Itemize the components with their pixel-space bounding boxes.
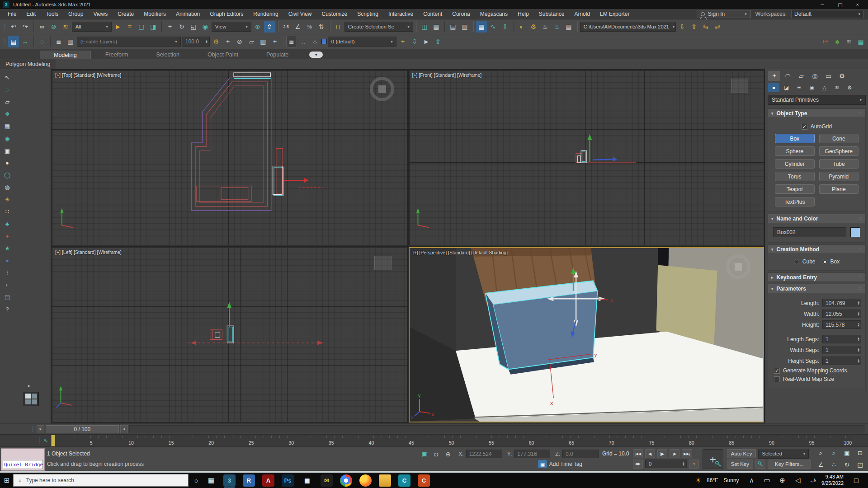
primitive-box-button[interactable]: Box — [775, 134, 815, 143]
menu-modifiers[interactable]: Modifiers — [139, 11, 171, 17]
named-selection-set-dropdown[interactable]: Create Selection Se ▾ — [344, 22, 413, 32]
primitive-tube-button[interactable]: Tube — [819, 159, 859, 169]
layer-opacity-field[interactable]: 100.0 ▴▾ — [182, 37, 210, 47]
viewcube-icon[interactable] — [726, 254, 750, 279]
rollout-keyboard-entry-header[interactable]: ▸ Keyboard Entry ∷ — [768, 272, 866, 282]
spinner[interactable]: ▴▾ — [858, 348, 859, 352]
window-crossing-icon[interactable]: ◨ — [148, 21, 159, 33]
percent-snap-icon[interactable]: % — [304, 21, 315, 33]
select-object-icon[interactable]: ► — [113, 21, 123, 33]
track-bar-ruler[interactable]: 0510152025303540455055606570758085909510… — [51, 435, 852, 446]
blob-icon[interactable]: ● — [1, 157, 13, 169]
viewcube-icon[interactable] — [374, 256, 392, 270]
viewport-top[interactable]: [+] [Top] [Standard] [Wireframe] — [52, 70, 407, 246]
param-field-width-[interactable]: 12.055▴▾ — [822, 310, 861, 318]
fov-icon[interactable]: ∠ — [815, 460, 827, 470]
zoom-all-icon[interactable]: ⌕ — [828, 448, 840, 459]
spinner[interactable]: ▴▾ — [206, 40, 208, 44]
drag-grip-icon[interactable]: ∷ — [859, 216, 862, 221]
primitive-teapot-button[interactable]: Teapot — [775, 184, 815, 194]
dots-icon[interactable]: ∷ — [1, 206, 13, 217]
menu-graph-editors[interactable]: Graph Editors — [205, 11, 248, 17]
box-radio[interactable] — [822, 259, 827, 264]
layer-explorer-icon[interactable]: ▤ — [448, 21, 458, 33]
rollout-parameters-header[interactable]: ▾ Parameters ∷ — [768, 284, 866, 293]
viewport-layout-widget[interactable] — [24, 392, 39, 406]
mail-app-icon[interactable]: ✉ — [321, 474, 333, 487]
lasso-select-icon[interactable]: ◌ — [1, 84, 13, 95]
paint-select-icon[interactable]: ❄ — [1, 108, 13, 120]
drag-grip-icon[interactable]: ∷ — [859, 286, 862, 291]
primitive-category-dropdown[interactable]: Standard Primitives ▾ — [768, 95, 866, 105]
orbit-icon[interactable]: ↻ — [841, 460, 853, 470]
front-viewport-canvas[interactable] — [409, 70, 764, 245]
close-button[interactable]: × — [856, 2, 859, 8]
key-filters-button[interactable]: Key Filters... — [768, 460, 811, 469]
menu-corona[interactable]: Corona — [447, 11, 475, 17]
polygon-modeling-panel[interactable]: Polygon Modeling — [0, 59, 56, 69]
align-icon[interactable]: ▦ — [431, 21, 442, 33]
ribbon-tab-object-paint[interactable]: Object Paint — [194, 51, 252, 59]
viewport-left-label[interactable]: [+] [Left] [Standard] [Wireframe] — [55, 249, 122, 255]
go-to-end-button[interactable]: ▶▶| — [682, 449, 692, 458]
zoom-extents-icon[interactable]: ▣ — [841, 448, 853, 459]
frame-nudge-buttons[interactable]: ◀▶ — [633, 460, 643, 469]
taskbar-search-input[interactable]: ⌕ Type here to search — [13, 474, 189, 487]
perspective-viewport-canvas[interactable]: y x x — [410, 248, 764, 422]
ribbon-tab-freeform[interactable]: Freeform — [92, 51, 142, 59]
tray-tablet-icon[interactable]: ▭ — [760, 474, 774, 487]
redo-icon[interactable]: ↷ — [20, 21, 31, 33]
primitive-cylinder-button[interactable]: Cylinder — [775, 159, 815, 169]
menu-file[interactable]: File — [3, 11, 21, 17]
quixel-bridge-window[interactable]: Quixel Bridge — [1, 448, 45, 471]
param-field-height-segs-[interactable]: 1▴▾ — [822, 357, 861, 365]
firefox-app-icon[interactable] — [359, 474, 372, 487]
time-slider-track[interactable] — [129, 425, 865, 433]
spacewarps-category[interactable]: ≋ — [831, 83, 843, 92]
layer-list-toggle-icon[interactable]: ≣ — [286, 36, 297, 47]
store-app-icon[interactable]: ▦ — [301, 474, 313, 487]
asset-collect-icon[interactable]: ⇧ — [689, 21, 699, 33]
select-place-icon[interactable]: ◉ — [200, 21, 211, 33]
spray-icon[interactable]: ≋ — [844, 36, 854, 47]
isolate-selection-icon[interactable]: ▣ — [419, 448, 430, 460]
copy-layer-icon[interactable]: ▱ — [246, 36, 257, 47]
project-folder-dropdown[interactable]: C:\Users\Ali\Documents\3ds Max 2021 ▾ — [580, 22, 676, 32]
viewport-left[interactable]: [+] [Left] [Standard] [Wireframe] — [52, 247, 407, 423]
menu-substance[interactable]: Substance — [534, 11, 570, 17]
dark-sphere-icon[interactable]: ◐ — [1, 279, 13, 291]
key-mode-toggle-icon[interactable]: ◔ — [689, 460, 699, 469]
schematic-view-icon[interactable]: ⇩ — [500, 21, 510, 33]
selection-set-key-dropdown[interactable]: Selected ▾ — [758, 449, 809, 459]
menu-views[interactable]: Views — [88, 11, 113, 17]
menu-scripting[interactable]: Scripting — [352, 11, 383, 17]
hierarchy-tab[interactable]: ▱ — [795, 71, 807, 81]
viewcube-icon[interactable] — [370, 77, 394, 101]
viewport-perspective[interactable]: [+] [Perspective] [Standard] [Default Sh… — [409, 247, 764, 423]
fence-select-icon[interactable]: ▱ — [1, 96, 13, 108]
ribbon-tab-selection[interactable]: Selection — [142, 51, 193, 59]
menu-interactive[interactable]: Interactive — [383, 11, 418, 17]
menu-arnold[interactable]: Arnold — [569, 11, 595, 17]
ball-blue-icon[interactable]: ● — [1, 255, 13, 266]
menu-customize[interactable]: Customize — [317, 11, 353, 17]
drag-grip-icon[interactable]: ∷ — [859, 275, 862, 280]
menu-animation[interactable]: Animation — [171, 11, 205, 17]
chrome-app-icon[interactable] — [340, 474, 352, 487]
shapes-category[interactable]: ◪ — [781, 83, 792, 92]
link-dots-icon[interactable]: ‥ — [298, 36, 309, 47]
code-app-icon[interactable]: C — [398, 474, 410, 487]
viewport-top-label[interactable]: [+] [Top] [Standard] [Wireframe] — [55, 72, 121, 78]
asset-link-icon[interactable]: ⇆ — [700, 21, 711, 33]
minimize-button[interactable]: ─ — [821, 2, 824, 8]
language-indicator[interactable]: ف — [811, 477, 816, 483]
x-coordinate-field[interactable]: 1222.524 — [466, 450, 502, 458]
create-key-button[interactable]: ＋ — [703, 449, 723, 469]
spinner[interactable]: ▴▾ — [858, 359, 859, 363]
viewport-front[interactable]: [+] [Front] [Standard] [Wireframe] — [409, 70, 764, 246]
param-field-length-segs-[interactable]: 1▴▾ — [822, 335, 861, 343]
object-name-field[interactable]: Box002 — [773, 227, 846, 237]
top-viewport-canvas[interactable] — [52, 70, 407, 245]
current-frame-field[interactable]: 0 ▴▾ — [645, 460, 687, 468]
tray-volume-icon[interactable]: ◁ — [791, 474, 805, 487]
